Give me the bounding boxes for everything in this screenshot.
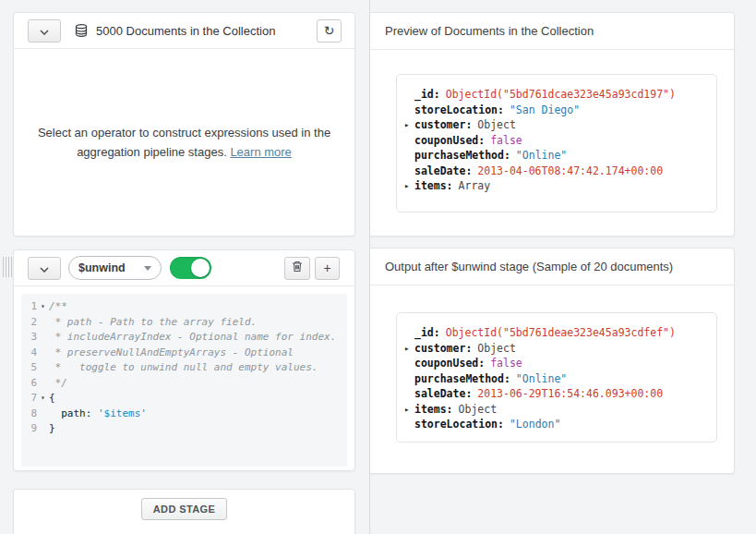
- document-field-row: saleDate:2013-04-06T08:47:42.174+00:00: [404, 164, 709, 179]
- document-field-row: couponUsed:false: [404, 356, 709, 371]
- expand-caret-icon: [404, 164, 414, 179]
- output-section: Output after $unwind stage (Sample of 20…: [370, 248, 735, 474]
- fold-icon[interactable]: ▾: [37, 391, 49, 407]
- line-number: 9: [21, 421, 37, 437]
- stage-collapse-button[interactable]: [28, 257, 61, 280]
- document-field-row: purchaseMethod:"Online": [404, 148, 709, 164]
- field-value: Object: [477, 117, 516, 133]
- code-line: 7▾{: [21, 391, 347, 407]
- learn-more-link[interactable]: Learn more: [230, 145, 291, 159]
- add-stage-card: ADD STAGE: [13, 489, 355, 534]
- document-field-row: ▸customer:Object: [404, 341, 709, 357]
- operator-empty-state: Select an operator to construct expressi…: [14, 49, 354, 235]
- stage-code-editor[interactable]: 1▾/** 2 * path - Path to the array field…: [21, 294, 347, 467]
- output-section-header: Output after $unwind stage (Sample of 20…: [370, 249, 734, 285]
- field-name: storeLocation:: [414, 417, 504, 432]
- add-stage-after-button[interactable]: +: [315, 257, 340, 280]
- line-number: 8: [21, 407, 37, 422]
- code-line: 6 */: [21, 376, 347, 392]
- collection-bar: 5000 Documents in the Collection ↻: [14, 13, 354, 49]
- document-field-row: purchaseMethod:"Online": [404, 371, 709, 387]
- collection-input-card: 5000 Documents in the Collection ↻ Selec…: [13, 12, 355, 237]
- line-number: 6: [21, 376, 37, 392]
- field-value: 2013-06-29T16:54:46.093+00:00: [477, 386, 663, 402]
- field-name: saleDate:: [414, 164, 472, 179]
- field-name: purchaseMethod:: [414, 371, 510, 387]
- field-value: Array: [459, 178, 491, 194]
- line-number: 5: [21, 360, 37, 376]
- expand-caret-icon[interactable]: ▸: [404, 178, 414, 194]
- document-field-row: couponUsed:false: [404, 133, 709, 149]
- unwind-stage-card: $unwind + 1▾/** 2 * path - Path to the a…: [13, 249, 355, 471]
- field-name: _id:: [414, 325, 440, 341]
- expand-caret-icon: [404, 148, 414, 164]
- code-line: 5 * toggle to unwind null and empty valu…: [21, 360, 347, 376]
- code-line: 1▾/**: [21, 299, 347, 315]
- code-line: 8 path: '$items': [21, 407, 347, 422]
- chevron-down-icon: [40, 22, 49, 39]
- output-document-card: _id:ObjectId("5bd761deae323e45a93cdfef")…: [396, 312, 717, 443]
- field-name: _id:: [414, 87, 440, 103]
- field-value: Object: [459, 402, 498, 418]
- field-value: "San Diego": [510, 103, 580, 118]
- fold-icon: [37, 407, 49, 422]
- field-name: couponUsed:: [414, 133, 485, 149]
- fold-icon: [37, 360, 49, 376]
- field-name: customer:: [414, 341, 472, 357]
- toggle-knob: [191, 259, 210, 277]
- fold-icon: [37, 376, 49, 392]
- chevron-down-icon: [40, 260, 49, 276]
- fold-icon: [37, 346, 49, 361]
- expand-caret-icon: [404, 325, 414, 341]
- refresh-button[interactable]: ↻: [317, 19, 342, 42]
- field-value: "Online": [516, 371, 567, 387]
- line-number: 4: [21, 346, 37, 361]
- document-field-row: _id:ObjectId("5bd761dcae323e45a93cd197"): [404, 87, 709, 103]
- expand-caret-icon: [404, 103, 414, 118]
- fold-icon[interactable]: ▾: [37, 299, 49, 315]
- expand-caret-icon: [404, 417, 414, 432]
- code-line: 3 * includeArrayIndex - Optional name fo…: [21, 330, 347, 346]
- expand-caret-icon[interactable]: ▸: [404, 117, 414, 133]
- chevron-down-icon: [144, 266, 151, 271]
- document-field-row: saleDate:2013-06-29T16:54:46.093+00:00: [404, 386, 709, 402]
- expand-caret-icon: [404, 133, 414, 149]
- field-name: purchaseMethod:: [414, 148, 510, 164]
- refresh-icon: ↻: [324, 23, 335, 38]
- empty-state-text: Select an operator to construct expressi…: [28, 123, 342, 162]
- database-icon: [75, 24, 88, 37]
- collection-count-label: 5000 Documents in the Collection: [96, 24, 275, 38]
- stage-drag-handle[interactable]: [3, 257, 12, 277]
- document-field-row: _id:ObjectId("5bd761deae323e45a93cdfef"): [404, 325, 709, 341]
- fold-icon: [37, 421, 49, 437]
- field-name: items:: [414, 178, 453, 194]
- expand-caret-icon[interactable]: ▸: [404, 402, 414, 418]
- delete-stage-button[interactable]: [284, 257, 310, 280]
- field-name: customer:: [414, 117, 472, 133]
- preview-section: Preview of Documents in the Collection _…: [370, 12, 735, 237]
- document-field-row: ▸items:Object: [404, 402, 709, 418]
- expand-caret-icon: [404, 371, 414, 387]
- line-number: 2: [21, 315, 37, 331]
- stage-header: $unwind +: [14, 250, 354, 286]
- field-name: couponUsed:: [414, 356, 485, 371]
- stage-operator-select[interactable]: $unwind: [68, 256, 162, 280]
- field-value: "London": [510, 417, 560, 432]
- field-name: storeLocation:: [414, 103, 504, 118]
- document-field-row: storeLocation:"San Diego": [404, 103, 709, 118]
- stage-enabled-toggle[interactable]: [170, 257, 211, 279]
- field-name: saleDate:: [414, 386, 472, 402]
- field-value: Object: [477, 341, 516, 357]
- document-field-row: ▸customer:Object: [404, 117, 709, 133]
- document-field-row: ▸items:Array: [404, 178, 709, 194]
- preview-section-header: Preview of Documents in the Collection: [370, 13, 734, 50]
- collapse-button[interactable]: [28, 19, 61, 42]
- expand-caret-icon[interactable]: ▸: [404, 341, 414, 357]
- field-name: items:: [414, 402, 453, 418]
- expand-caret-icon: [404, 87, 414, 103]
- add-stage-button[interactable]: ADD STAGE: [141, 498, 228, 520]
- field-value: "Online": [516, 148, 567, 164]
- document-field-row: storeLocation:"London": [404, 417, 709, 432]
- fold-icon: [37, 330, 49, 346]
- line-number: 1: [21, 299, 37, 315]
